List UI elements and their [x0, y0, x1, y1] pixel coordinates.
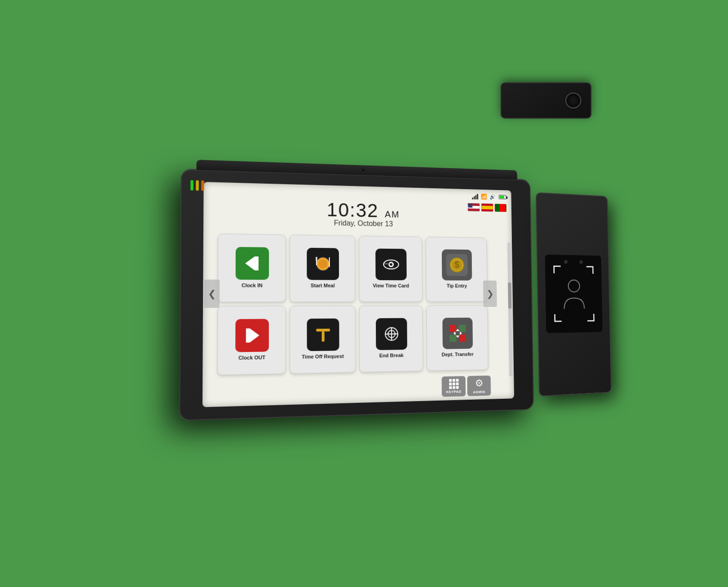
- tablet-body: 📶 🔊 10:32 AM: [179, 168, 534, 421]
- svg-rect-7: [315, 257, 317, 261]
- face-screen: [545, 254, 603, 333]
- signal-bars: [472, 193, 478, 199]
- tip-entry-label: Tip Entry: [447, 283, 467, 289]
- screen: 📶 🔊 10:32 AM: [202, 182, 514, 407]
- corner-bl: [554, 314, 561, 321]
- signal-bar-4: [477, 194, 478, 200]
- led-green: [191, 180, 194, 191]
- kd6: [456, 382, 459, 385]
- tip-entry-button[interactable]: $ Tip Entry: [425, 236, 487, 301]
- time-off-svg: [311, 323, 334, 346]
- admin-button[interactable]: ⚙ ADMIN: [467, 375, 491, 396]
- battery-icon: [499, 195, 506, 199]
- time-off-request-button[interactable]: Time Off Request: [290, 306, 356, 374]
- corner-br: [587, 314, 595, 321]
- view-time-svg: [379, 253, 402, 276]
- clock-in-icon: [235, 247, 268, 280]
- clock-in-label: Clock IN: [242, 282, 263, 289]
- time-off-request-label: Time Off Request: [302, 353, 344, 360]
- nav-arrow-right[interactable]: ❯: [483, 280, 497, 306]
- clock-in-svg: [240, 251, 264, 275]
- wifi-icon: 📶: [481, 193, 487, 200]
- sensor-dots: [564, 260, 583, 264]
- start-meal-icon: [307, 248, 339, 280]
- kd7: [449, 386, 452, 389]
- kd2: [452, 379, 455, 381]
- clock-in-button[interactable]: Clock IN: [217, 233, 286, 302]
- sensor-dot-left: [564, 260, 567, 264]
- kd4: [449, 382, 452, 385]
- svg-point-41: [568, 280, 580, 292]
- view-time-card-label: View Time Card: [373, 283, 409, 289]
- top-camera-lens: [565, 92, 581, 109]
- face-recognition-panel: [536, 192, 612, 396]
- start-meal-button[interactable]: Start Meal: [289, 235, 355, 302]
- kd8: [452, 386, 455, 389]
- front-camera: [361, 168, 366, 172]
- keypad-label: KEYPAD: [446, 389, 461, 394]
- end-break-svg: [380, 322, 402, 345]
- kd9: [456, 386, 459, 389]
- signal-bar-3: [475, 195, 477, 200]
- corner-tr: [586, 266, 594, 274]
- device-wrapper: 📶 🔊 10:32 AM: [114, 135, 614, 453]
- scroll-thumb[interactable]: [508, 282, 511, 308]
- end-break-button[interactable]: End Break: [359, 305, 423, 372]
- tip-entry-icon: $: [441, 249, 472, 281]
- start-meal-label: Start Meal: [311, 283, 335, 289]
- dept-transfer-icon: [442, 317, 473, 349]
- svg-rect-2: [254, 256, 258, 271]
- dept-transfer-label: Dept. Transfer: [442, 351, 474, 358]
- kd5: [452, 382, 455, 385]
- sensor-dot-right: [580, 260, 583, 264]
- admin-label: ADMIN: [473, 390, 485, 394]
- right-arrow-icon: ❯: [486, 288, 494, 299]
- time-ampm: AM: [385, 209, 400, 219]
- kd1: [449, 379, 451, 381]
- time-off-icon: [307, 318, 339, 351]
- svg-rect-22: [246, 328, 250, 342]
- tip-entry-svg: $: [446, 254, 468, 276]
- signal-bar-1: [472, 197, 473, 199]
- volume-icon: 🔊: [490, 194, 495, 200]
- clock-out-button[interactable]: Clock OUT: [217, 306, 286, 375]
- svg-rect-36: [459, 335, 465, 342]
- led-indicators: [191, 180, 204, 191]
- time-value: 10:32: [327, 199, 379, 221]
- left-arrow-icon: ❮: [207, 288, 216, 299]
- led-orange: [201, 180, 204, 191]
- end-break-label: End Break: [379, 352, 404, 359]
- tablet-top-bar: [197, 160, 517, 180]
- svg-rect-35: [449, 335, 456, 342]
- end-break-icon: [375, 318, 407, 350]
- corner-tl: [553, 265, 561, 273]
- svg-text:$: $: [454, 260, 459, 269]
- clock-out-label: Clock OUT: [238, 355, 265, 361]
- dept-transfer-button[interactable]: Dept. Transfer: [426, 305, 489, 371]
- admin-gear-icon: ⚙: [475, 377, 483, 389]
- svg-rect-33: [449, 325, 456, 332]
- start-meal-svg: [311, 252, 334, 276]
- kd3: [456, 379, 459, 381]
- top-camera-module: [500, 82, 592, 119]
- keypad-button[interactable]: KEYPAD: [442, 376, 466, 397]
- clock-out-svg: [240, 324, 264, 347]
- svg-rect-25: [316, 329, 329, 331]
- button-grid: Clock IN: [217, 233, 489, 375]
- dept-transfer-svg: [446, 322, 468, 345]
- svg-rect-26: [322, 331, 324, 341]
- scroll-indicator: [507, 242, 513, 376]
- view-time-icon: [375, 249, 407, 281]
- person-silhouette: [561, 276, 586, 311]
- svg-rect-34: [459, 325, 465, 332]
- face-outline: [553, 265, 595, 321]
- nav-arrow-left[interactable]: ❮: [204, 279, 220, 307]
- keypad-icon: [449, 379, 458, 389]
- led-yellow: [196, 180, 199, 191]
- view-time-card-button[interactable]: View Time Card: [359, 236, 423, 302]
- signal-bar-2: [474, 196, 475, 199]
- clock-out-icon: [235, 319, 269, 352]
- bottom-toolbar: KEYPAD ⚙ ADMIN: [442, 375, 491, 396]
